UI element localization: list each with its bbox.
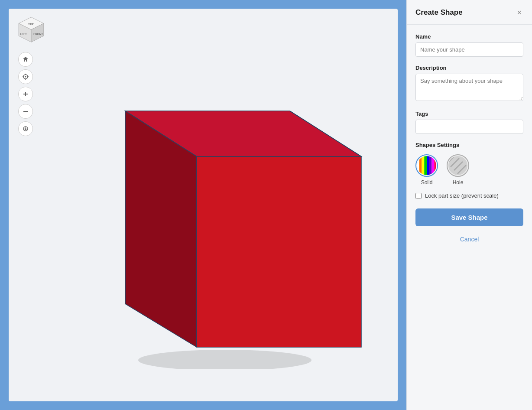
svg-point-17: [138, 350, 311, 369]
description-textarea[interactable]: [415, 74, 523, 101]
3d-cube: [75, 39, 370, 371]
viewport-area: TOP LEFT FRONT: [0, 0, 406, 410]
cancel-button[interactable]: Cancel: [415, 231, 523, 247]
svg-rect-26: [419, 156, 422, 176]
panel-title: Create Shape: [415, 8, 463, 17]
save-shape-button[interactable]: Save Shape: [415, 208, 523, 226]
shapes-settings-group: Shapes Settings: [415, 142, 523, 247]
solid-option[interactable]: Solid: [415, 154, 438, 185]
hole-option[interactable]: Hole: [447, 154, 469, 185]
svg-rect-28: [424, 156, 427, 176]
panel-body: Name Description Tags Shapes Settings: [407, 25, 532, 410]
tags-input[interactable]: [415, 120, 523, 134]
svg-marker-20: [197, 156, 361, 347]
lock-label: Lock part size (prevent scale): [425, 192, 499, 199]
svg-rect-30: [429, 156, 432, 176]
svg-rect-31: [432, 156, 435, 176]
hole-icon: [447, 154, 469, 177]
solid-label: Solid: [421, 179, 433, 185]
solid-icon: [415, 154, 438, 177]
hole-label: Hole: [453, 179, 464, 185]
shape-options: Solid: [415, 154, 523, 185]
description-label: Description: [415, 65, 523, 71]
lock-row: Lock part size (prevent scale): [415, 192, 523, 199]
shapes-settings-label: Shapes Settings: [415, 142, 523, 148]
panel-header: Create Shape ×: [407, 0, 532, 25]
right-panel: Create Shape × Name Description Tags Sha…: [406, 0, 532, 410]
svg-rect-32: [434, 156, 437, 176]
tags-field-group: Tags: [415, 111, 523, 134]
svg-rect-29: [427, 156, 429, 176]
lock-checkbox[interactable]: [415, 193, 422, 199]
svg-rect-27: [422, 156, 425, 176]
description-field-group: Description: [415, 65, 523, 103]
svg-line-41: [464, 172, 468, 176]
close-button[interactable]: ×: [515, 8, 523, 17]
name-field-group: Name: [415, 33, 523, 57]
tags-label: Tags: [415, 111, 523, 117]
name-label: Name: [415, 33, 523, 40]
cube-scene: [9, 9, 398, 401]
viewport-container: TOP LEFT FRONT: [9, 9, 398, 401]
name-input[interactable]: [415, 42, 523, 57]
